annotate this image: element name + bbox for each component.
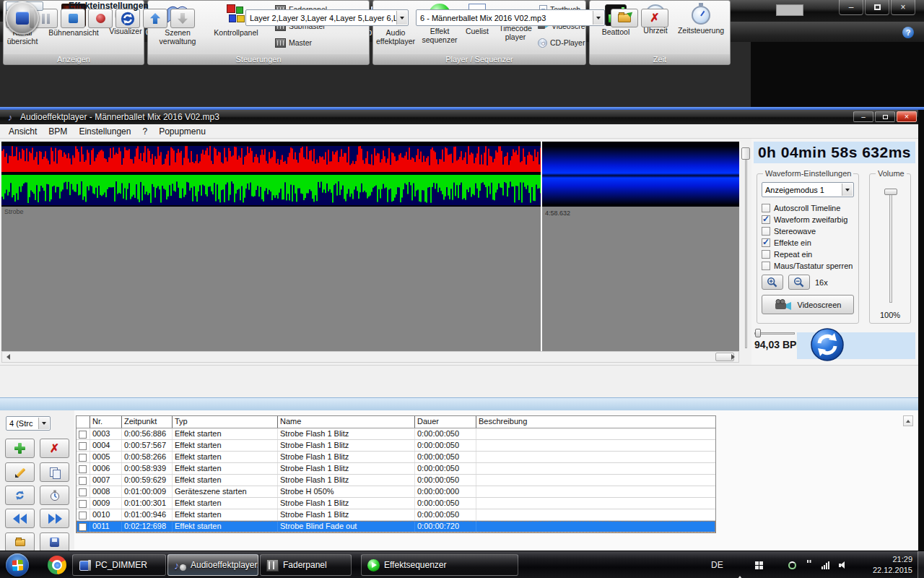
checkbox-autoscroll-timeline[interactable]: Autoscroll Timeline: [762, 202, 854, 214]
checkbox-box[interactable]: [762, 262, 770, 270]
bpm-refresh-button[interactable]: [810, 327, 845, 362]
scroll-right-icon[interactable]: [727, 352, 738, 362]
checkbox-box[interactable]: ✓: [762, 215, 770, 224]
table-row[interactable]: 00030:00:56:886Effekt startenStrobe Flas…: [77, 428, 715, 440]
row-checkbox[interactable]: [79, 500, 87, 508]
header-cell-select[interactable]: [77, 416, 90, 428]
table-row[interactable]: 00060:00:58:939Effekt startenStrobe Flas…: [77, 463, 715, 475]
menu-item-einstellungen[interactable]: Einstellungen: [73, 126, 136, 137]
start-button[interactable]: [6, 553, 29, 577]
save-effects-button[interactable]: [5, 532, 35, 552]
zoom-in-button[interactable]: [762, 275, 783, 290]
timer-effect-button[interactable]: [40, 486, 69, 505]
delete-effect-button[interactable]: ✗: [40, 439, 69, 458]
header-cell-nr[interactable]: Nr.: [90, 416, 121, 428]
language-indicator[interactable]: DE: [711, 560, 723, 570]
table-scroll-up-button[interactable]: [903, 415, 913, 426]
taskbar-button-audioeffektplayer[interactable]: ♪ Audioeffektplayer...: [167, 554, 258, 576]
vslider-thumb[interactable]: [741, 147, 750, 160]
videoscreen-button[interactable]: Videoscreen: [762, 295, 854, 314]
app-menu-orb[interactable]: [6, 1, 39, 35]
refresh-effects-button[interactable]: [5, 486, 35, 505]
player-close-button[interactable]: ×: [897, 111, 917, 122]
checkbox-box[interactable]: ✓: [762, 238, 770, 247]
record-button[interactable]: [88, 9, 113, 28]
row-checkbox[interactable]: [79, 488, 87, 496]
layer-select[interactable]: Layer 2,Layer 3,Layer 4,Layer 5,Layer 6,…: [245, 9, 409, 26]
row-checkbox[interactable]: [79, 523, 87, 531]
checkbox-effekte-ein[interactable]: ✓Effekte ein: [762, 237, 854, 249]
waveform-vslider[interactable]: [739, 139, 751, 365]
scroll-left-icon[interactable]: [2, 352, 14, 362]
stop-button[interactable]: [61, 9, 85, 28]
taskbar-button-faderpanel[interactable]: Faderpanel: [260, 554, 352, 576]
table-row[interactable]: 00110:02:12:698Effekt startenStrobe Blin…: [77, 521, 715, 532]
row-checkbox[interactable]: [79, 465, 87, 473]
export-effects-button[interactable]: [40, 532, 69, 552]
edit-effect-button[interactable]: [5, 462, 35, 482]
player-restore-button[interactable]: [875, 111, 895, 122]
next-effect-button[interactable]: [40, 509, 69, 528]
move-down-button[interactable]: [170, 9, 195, 28]
tray-network-icon[interactable]: [821, 561, 829, 569]
table-row[interactable]: 00070:00:59:629Effekt startenStrobe Flas…: [77, 475, 715, 486]
previous-effect-button[interactable]: [5, 509, 35, 528]
display-mode-select[interactable]: Anzeigemodus 1: [762, 182, 854, 197]
header-cell-dauer[interactable]: Dauer: [414, 416, 476, 428]
table-row[interactable]: 00100:01:00:946Effekt startenStrobe Flas…: [77, 509, 715, 521]
tray-sync-icon[interactable]: [788, 561, 796, 569]
header-cell-beschreibung[interactable]: Beschreibung: [476, 416, 715, 428]
header-cell-zeitpunkt[interactable]: Zeitpunkt: [121, 416, 172, 428]
effect-type-select[interactable]: 4 (Strc: [6, 416, 51, 431]
effect-timeline-area[interactable]: Strobe 4:58.632: [1, 207, 739, 351]
table-row[interactable]: 00080:01:00:009Geräteszene startenStrobe…: [77, 486, 715, 498]
menu-item-popupmenu[interactable]: Popupmenu: [153, 126, 212, 137]
menu-item-[interactable]: ?: [136, 126, 153, 137]
ribbon-item-cdplayer[interactable]: CD-Player: [538, 37, 586, 48]
table-row[interactable]: 00050:00:58:266Effekt startenStrobe Flas…: [77, 452, 715, 463]
open-file-button[interactable]: [611, 9, 638, 27]
maximize-button[interactable]: [865, 0, 889, 15]
table-row[interactable]: 00040:00:57:567Effekt startenStrobe Flas…: [77, 440, 715, 452]
menu-item-bpm[interactable]: BPM: [43, 126, 73, 137]
row-checkbox[interactable]: [79, 454, 87, 462]
row-checkbox[interactable]: [79, 512, 87, 519]
reload-button[interactable]: [116, 9, 140, 28]
checkbox-box[interactable]: [762, 204, 770, 212]
waveform-canvas[interactable]: [1, 142, 739, 207]
help-button[interactable]: ?: [902, 27, 914, 38]
file-select[interactable]: 6 - Männerballet Mix 2016 V02.mp3: [416, 9, 605, 26]
row-checkbox[interactable]: [79, 431, 87, 439]
checkbox-box[interactable]: [762, 227, 770, 236]
close-button[interactable]: ×: [891, 0, 915, 15]
chrome-icon[interactable]: [48, 556, 66, 574]
show-desktop-button[interactable]: [918, 551, 924, 578]
ribbon-item-master[interactable]: Master: [275, 37, 327, 48]
zoom-out-button[interactable]: [788, 275, 810, 290]
waveform-hscrollbar[interactable]: [1, 351, 739, 363]
header-cell-typ[interactable]: Typ: [172, 416, 277, 428]
row-checkbox[interactable]: [79, 477, 87, 485]
tray-clock[interactable]: 21:29 22.12.2015: [859, 554, 912, 576]
bpm-slider-thumb[interactable]: [755, 329, 761, 337]
menu-item-ansicht[interactable]: Ansicht: [3, 126, 43, 137]
chevron-down-icon[interactable]: [842, 184, 853, 196]
copy-effect-button[interactable]: [40, 462, 69, 482]
checkbox-repeat-ein[interactable]: Repeat ein: [762, 249, 854, 260]
checkbox-box[interactable]: [762, 250, 770, 259]
chevron-down-icon[interactable]: [593, 11, 603, 25]
move-up-button[interactable]: [143, 9, 167, 28]
tray-expand-icon[interactable]: [738, 564, 742, 577]
remove-file-button[interactable]: ✗: [641, 9, 668, 27]
chevron-down-icon[interactable]: [396, 11, 407, 25]
checkbox-waveform-zweifarbig[interactable]: ✓Waveform zweifarbig: [762, 214, 854, 225]
taskbar-button-pcdimmer[interactable]: PC_DIMMER: [72, 554, 166, 576]
taskbar-button-effektsequenzer[interactable]: Effektsequenzer: [361, 554, 518, 576]
volume-slider[interactable]: [884, 189, 897, 195]
checkbox-maus-tastatur-sperren[interactable]: Maus/Tastatur sperren: [762, 260, 854, 272]
table-row[interactable]: 00090:01:00:301Effekt startenStrobe Flas…: [77, 498, 715, 509]
player-minimize-button[interactable]: –: [853, 111, 873, 122]
playhead-line[interactable]: [541, 142, 542, 351]
checkbox-stereowave[interactable]: Stereowave: [762, 225, 854, 237]
ribbon-item-zeitsteuerung[interactable]: Zeitsteuerung: [672, 2, 730, 54]
